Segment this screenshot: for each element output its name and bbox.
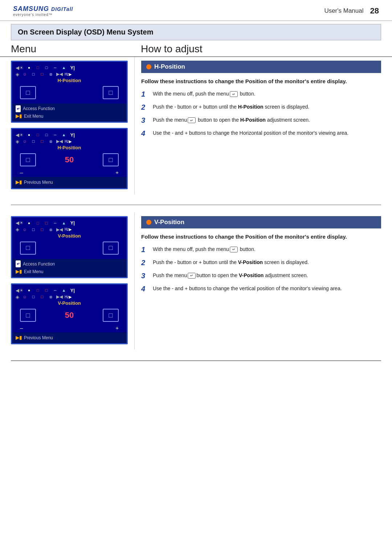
v-step-text-2: Push the - button or + button until the … bbox=[153, 259, 309, 266]
osd-v-value: 50 bbox=[65, 311, 74, 320]
osd-icon-left: □ bbox=[20, 86, 36, 99]
v-position-section: ◀☀ ● □ □ ↔ ▲ Y| ◈ ☺ □ □ ⦻ ▶◀ Hz▶ V-Posit… bbox=[0, 212, 392, 350]
v-access-icon: ↵ bbox=[16, 260, 21, 267]
step-num-2: 2 bbox=[141, 103, 149, 111]
exit-label: Exit Menu bbox=[24, 113, 43, 120]
v-position-steps: 1 With the menu off, push the menu↵ butt… bbox=[141, 246, 381, 293]
menu-btn-3: ↵ bbox=[188, 117, 196, 123]
osd-icons-row-1: ◀☀ ● □ □ ↔ ▲ Y| bbox=[16, 65, 123, 70]
osd-icon-right: □ bbox=[103, 86, 119, 99]
v-exit-arrow-icon: ▶▮ bbox=[16, 268, 22, 276]
osd-v-icon-left: □ bbox=[20, 242, 36, 255]
manual-label: User's Manual bbox=[324, 7, 363, 15]
osd-icons-row-3: ◀☀ ● □ □ ↔ ▲ Y| bbox=[16, 132, 123, 138]
h-position-steps: 1 With the menu off, push the menu↵ butt… bbox=[141, 90, 381, 137]
h-position-subtitle: Follow these instructions to change the … bbox=[141, 77, 381, 85]
v-step-num-1: 1 bbox=[141, 246, 149, 254]
osd-h-position-label-1: H-Position bbox=[16, 78, 123, 83]
column-headers: Menu How to adjust bbox=[0, 43, 392, 57]
step-num-3: 3 bbox=[141, 116, 149, 124]
step-text-3: Push the menu↵ button to open the H-Posi… bbox=[153, 116, 310, 124]
menu-btn-1: ↵ bbox=[230, 91, 238, 97]
v-prev-arrow-icon: ▶▮ bbox=[16, 334, 22, 342]
h-position-title: H-Position bbox=[154, 63, 185, 70]
step-text-2: Push the - button or + button until the … bbox=[153, 103, 310, 111]
v-access-label: Access Function bbox=[23, 260, 55, 268]
step-4: 4 Use the - and + buttons to change the … bbox=[141, 129, 381, 137]
v-step-text-3: Push the menu↵button to open the V-Posit… bbox=[153, 272, 308, 279]
header-right: User's Manual 28 bbox=[324, 6, 379, 16]
step-text-4: Use the - and + buttons to change the Ho… bbox=[153, 129, 348, 137]
plus-label: + bbox=[115, 169, 119, 175]
adjust-column-header: How to adjust bbox=[134, 43, 381, 55]
h-position-dot bbox=[146, 64, 151, 69]
osd-v-footer-2: ▶▮ Previous Menu bbox=[12, 332, 127, 343]
page-number: 28 bbox=[370, 6, 379, 16]
osd-v-icons-row-2: ◈ ☺ □ □ ⦻ ▶◀ Hz▶ bbox=[16, 227, 123, 232]
h-pos-bold-3: H-Position bbox=[240, 117, 266, 123]
osd-footer-1: ↵ Access Function ▶▮ Exit Menu bbox=[12, 104, 127, 122]
v-position-menu-col: ◀☀ ● □ □ ↔ ▲ Y| ◈ ☺ □ □ ⦻ ▶◀ Hz▶ V-Posit… bbox=[11, 212, 134, 350]
osd-nav-content: □ □ bbox=[16, 83, 123, 102]
osd-icons-row-4: ◈ ☺ □ □ ⦻ ▶◀ Hz▶ bbox=[16, 138, 123, 144]
h-position-menu-col: ◀☀ ● □ □ ↔ ▲ Y| ◈ ☺ □ □ ⦻ ▶◀ Hz▶ H-Posit… bbox=[11, 57, 134, 194]
v-prev-menu-label: Previous Menu bbox=[24, 334, 53, 341]
v-step-3: 3 Push the menu↵button to open the V-Pos… bbox=[141, 272, 381, 280]
v-step-4: 4 Use the - and + buttons to change the … bbox=[141, 285, 381, 293]
step-num-1: 1 bbox=[141, 90, 149, 98]
v-menu-btn-1: ↵ bbox=[230, 247, 238, 252]
prev-arrow-icon: ▶▮ bbox=[16, 178, 22, 186]
v-position-title: V-Position bbox=[154, 219, 184, 226]
osd-v-icons-row-1: ◀☀ ● □ □ ↔ ▲ Y| bbox=[16, 220, 123, 226]
osd-v-footer-1: ↵ Access Function ▶▮ Exit Menu bbox=[12, 259, 127, 277]
h-position-adjust-col: H-Position Follow these instructions to … bbox=[134, 57, 381, 194]
v-pos-bold-2: V-Position bbox=[238, 259, 263, 265]
osd-v-position-label-2: V-Position bbox=[16, 300, 123, 306]
osd-footer-2: ▶▮ Previous Menu bbox=[12, 177, 127, 188]
v-step-num-2: 2 bbox=[141, 259, 149, 267]
step-3: 3 Push the menu↵ button to open the H-Po… bbox=[141, 116, 381, 124]
osd-v-icons-row-4: ◈ ☺ □ □ ⦻ ▶◀ Hz▶ bbox=[16, 294, 123, 300]
step-text-1: With the menu off, push the menu↵ button… bbox=[153, 90, 256, 98]
h-position-section: ◀☀ ● □ □ ↔ ▲ Y| ◈ ☺ □ □ ⦻ ▶◀ Hz▶ H-Posit… bbox=[0, 57, 392, 194]
osd-v-icon-right: □ bbox=[103, 242, 119, 255]
osd-v-position-label-1: V-Position bbox=[16, 233, 123, 239]
osd-v-minusplus-row: – + bbox=[16, 325, 123, 331]
osd-h-position-label-2: H-Position bbox=[16, 145, 123, 150]
h-position-osd-nav: ◀☀ ● □ □ ↔ ▲ Y| ◈ ☺ □ □ ⦻ ▶◀ Hz▶ H-Posit… bbox=[11, 61, 128, 123]
section-title: On Screen Display (OSD) Menu System bbox=[11, 24, 381, 40]
page-header: SAMSUNG DIGITall everyone's invited™ Use… bbox=[0, 0, 392, 21]
v-minus-label: – bbox=[20, 325, 23, 331]
v-step-1: 1 With the menu off, push the menu↵ butt… bbox=[141, 246, 381, 254]
v-step-num-3: 3 bbox=[141, 272, 149, 280]
osd-icon-left-2: □ bbox=[20, 153, 36, 166]
prev-menu-label: Previous Menu bbox=[24, 179, 53, 186]
exit-arrow-icon: ▶▮ bbox=[16, 112, 22, 120]
osd-v-icons-row-3: ◀☀ ● □ □ ↔ ▲ Y| bbox=[16, 287, 123, 293]
section-divider bbox=[11, 204, 381, 205]
h-position-osd-adjust: ◀☀ ● □ □ ↔ ▲ Y| ◈ ☺ □ □ ⦻ ▶◀ Hz▶ H-Posit… bbox=[11, 128, 128, 189]
step-1: 1 With the menu off, push the menu↵ butt… bbox=[141, 90, 381, 98]
v-menu-btn-3: ↵ bbox=[188, 273, 196, 279]
samsung-logo: SAMSUNG DIGITall bbox=[13, 5, 73, 13]
v-position-title-bar: V-Position bbox=[141, 216, 381, 228]
h-position-title-bar: H-Position bbox=[141, 61, 381, 73]
access-icon: ↵ bbox=[16, 105, 21, 112]
v-step-num-4: 4 bbox=[141, 285, 149, 293]
v-pos-bold-3: V-Position bbox=[239, 272, 264, 278]
bottom-rule bbox=[11, 360, 381, 361]
osd-v-icon-left-2: □ bbox=[20, 309, 36, 322]
v-position-subtitle: Follow these instructions to change the … bbox=[141, 233, 381, 240]
access-label: Access Function bbox=[23, 105, 55, 112]
menu-column-header: Menu bbox=[11, 43, 134, 55]
osd-adjust-content: □ 50 □ bbox=[16, 150, 123, 169]
v-step-2: 2 Push the - button or + button until th… bbox=[141, 259, 381, 267]
v-position-osd-nav: ◀☀ ● □ □ ↔ ▲ Y| ◈ ☺ □ □ ⦻ ▶◀ Hz▶ V-Posit… bbox=[11, 216, 128, 278]
v-position-dot bbox=[146, 220, 151, 225]
step-num-4: 4 bbox=[141, 129, 149, 137]
osd-h-value: 50 bbox=[65, 155, 74, 165]
osd-icons-row-2: ◈ ☺ □ □ ⦻ ▶◀ Hz▶ bbox=[16, 71, 123, 77]
osd-v-adjust-content: □ 50 □ bbox=[16, 306, 123, 325]
logo-area: SAMSUNG DIGITall everyone's invited™ bbox=[13, 5, 73, 17]
h-pos-bold-2: H-Position bbox=[238, 104, 264, 110]
